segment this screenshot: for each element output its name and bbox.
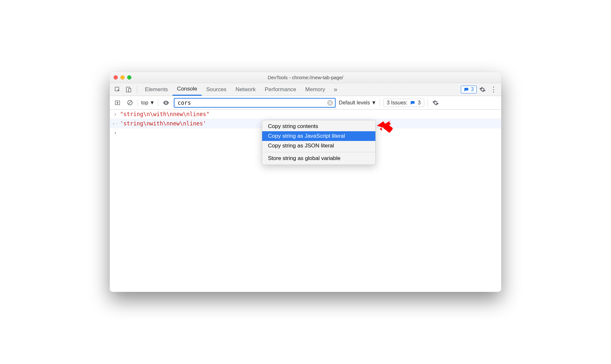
log-levels-selector[interactable]: Default levels ▼ [339, 100, 376, 106]
tab-elements[interactable]: Elements [140, 83, 172, 96]
device-toolbar-icon[interactable] [123, 84, 134, 95]
filter-input-wrap [174, 98, 336, 108]
annotation-arrow-icon [375, 118, 393, 136]
divider [158, 99, 158, 106]
tab-network[interactable]: Network [231, 83, 260, 96]
console-settings-icon[interactable] [431, 98, 440, 107]
output-marker-icon: ‹· [113, 120, 117, 127]
maximize-window-button[interactable] [127, 75, 131, 80]
filter-input[interactable] [178, 100, 327, 106]
sidebar-toggle-icon[interactable] [113, 98, 122, 107]
context-label: top [141, 100, 148, 106]
issues-chip[interactable]: 3 Issues: 3 [383, 99, 424, 107]
menu-separator [262, 152, 375, 152]
message-icon [464, 87, 469, 92]
prompt-icon: › [113, 130, 117, 136]
console-body: › "string\n\with\nnew\nlines" ‹· 'string… [110, 110, 501, 292]
svg-rect-2 [128, 88, 131, 92]
devtools-window: DevTools - chrome://new-tab-page/ Elemen… [110, 72, 501, 292]
clear-filter-icon[interactable] [327, 100, 333, 106]
divider [138, 99, 138, 106]
console-input-row[interactable]: › "string\n\with\nnew\nlines" [110, 110, 501, 119]
tab-sources[interactable]: Sources [202, 83, 231, 96]
devtools-tabbar: ElementsConsoleSourcesNetworkPerformance… [110, 83, 501, 96]
context-menu-item[interactable]: Copy string contents [262, 122, 375, 131]
tab-console[interactable]: Console [172, 83, 202, 96]
console-output-text: 'string\nwith\nnew\nlines' [120, 120, 206, 127]
more-tabs-icon[interactable]: » [330, 84, 341, 95]
settings-icon[interactable] [477, 84, 488, 95]
issues-label: 3 Issues: [387, 100, 407, 106]
expand-icon[interactable]: › [113, 111, 117, 117]
tab-memory[interactable]: Memory [301, 83, 329, 96]
close-window-button[interactable] [114, 75, 118, 80]
messages-count: 3 [471, 87, 474, 92]
live-expression-icon[interactable] [161, 98, 171, 107]
chevron-down-icon: ▼ [150, 100, 155, 106]
console-toolbar: top ▼ Default levels ▼ 3 Issues: 3 [110, 96, 501, 110]
context-menu-item[interactable]: Copy string as JavaScript literal [262, 131, 375, 141]
more-menu-icon[interactable]: ⋮ [488, 84, 499, 95]
console-input-text: "string\n\with\nnew\nlines" [120, 111, 209, 117]
context-menu: Copy string contentsCopy string as JavaS… [262, 120, 376, 165]
context-menu-item-store-global[interactable]: Store string as global variable [262, 154, 375, 163]
window-title: DevTools - chrome://new-tab-page/ [110, 75, 501, 80]
divider [380, 99, 380, 106]
svg-line-5 [128, 101, 131, 104]
levels-label: Default levels [339, 100, 370, 106]
divider [428, 99, 428, 106]
divider [137, 86, 137, 93]
window-controls [114, 75, 131, 80]
tabs-container: ElementsConsoleSourcesNetworkPerformance… [140, 83, 330, 96]
inspect-element-icon[interactable] [112, 84, 123, 95]
context-menu-item[interactable]: Copy string as JSON literal [262, 141, 375, 151]
minimize-window-button[interactable] [120, 75, 125, 80]
issues-count: 3 [418, 100, 421, 106]
message-icon [410, 100, 415, 105]
messages-chip[interactable]: 3 [461, 86, 477, 93]
context-selector[interactable]: top ▼ [141, 100, 155, 106]
titlebar: DevTools - chrome://new-tab-page/ [110, 72, 501, 83]
tab-performance[interactable]: Performance [260, 83, 301, 96]
clear-console-icon[interactable] [125, 98, 134, 107]
chevron-down-icon: ▼ [371, 100, 376, 106]
